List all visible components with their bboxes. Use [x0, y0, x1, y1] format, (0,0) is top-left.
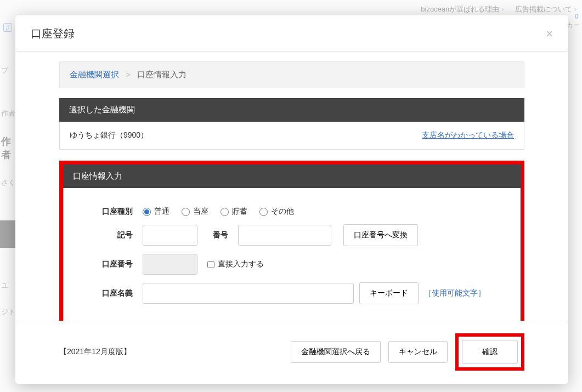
number-input[interactable]: [238, 225, 331, 246]
account-name-input[interactable]: [143, 283, 354, 304]
breadcrumb-step-institution[interactable]: 金融機関選択: [70, 70, 119, 79]
account-number-input: [143, 254, 197, 275]
radio-sonota[interactable]: その他: [259, 207, 294, 217]
account-info-highlight-box: 口座情報入力 口座種別 普通 当座 貯蓄 その他 記号: [59, 161, 524, 321]
version-label: 【2021年12月度版】: [59, 347, 131, 357]
breadcrumb: 金融機関選択 > 口座情報入力: [59, 61, 524, 88]
account-registration-modal: 口座登録 × 金融機関選択 > 口座情報入力 選択した金融機関 ゆうちょ銀行（9…: [15, 15, 568, 384]
radio-chochiku[interactable]: 貯蓄: [221, 207, 247, 217]
close-icon[interactable]: ×: [546, 28, 553, 40]
account-info-header: 口座情報入力: [63, 164, 521, 188]
keyboard-button[interactable]: キーボード: [359, 282, 419, 304]
label-account-number: 口座番号: [71, 259, 143, 269]
confirm-highlight-box: 確認: [455, 333, 524, 371]
selected-institution-header: 選択した金融機関: [59, 98, 524, 122]
branch-name-known-link[interactable]: 支店名がわかっている場合: [422, 130, 514, 140]
radio-touza[interactable]: 当座: [182, 207, 208, 217]
chevron-right-icon: >: [126, 70, 131, 79]
direct-input-checkbox[interactable]: 直接入力する: [207, 259, 264, 269]
radio-futsuu[interactable]: 普通: [143, 207, 169, 217]
cancel-button[interactable]: キャンセル: [388, 341, 448, 363]
symbol-input[interactable]: [143, 225, 197, 246]
account-type-radio-group: 普通 当座 貯蓄 その他: [143, 207, 294, 217]
allowed-characters-link[interactable]: ［使用可能文字］: [424, 288, 485, 298]
label-number: 番号: [213, 230, 228, 240]
modal-title: 口座登録: [31, 26, 75, 41]
convert-to-account-number-button[interactable]: 口座番号へ変換: [343, 224, 418, 246]
label-account-type: 口座種別: [71, 207, 143, 217]
breadcrumb-step-account-info: 口座情報入力: [137, 70, 187, 79]
selected-institution-value: ゆうちょ銀行（9900）: [70, 130, 148, 140]
confirm-button[interactable]: 確認: [462, 340, 518, 364]
back-to-institution-button[interactable]: 金融機関選択へ戻る: [291, 341, 381, 363]
label-account-name: 口座名義: [71, 288, 143, 298]
label-symbol: 記号: [71, 230, 143, 240]
